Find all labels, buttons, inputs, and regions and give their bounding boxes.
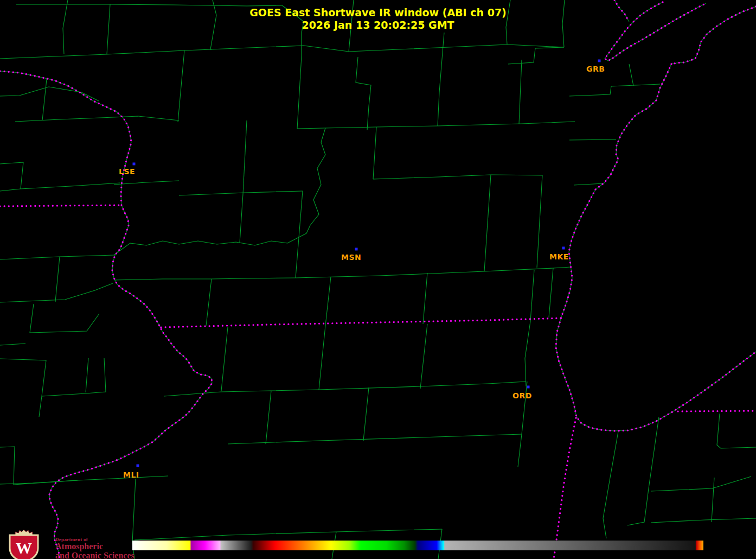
station-marker-LSE [133, 163, 136, 166]
county-boundary-line [603, 431, 618, 538]
county-boundary-line [282, 5, 304, 56]
logo-line-2: and Oceanic Sciences [55, 551, 134, 559]
logo-line-1: Atmospheric [55, 542, 134, 551]
mississippi-river-dotted [0, 71, 212, 558]
county-boundary-line [325, 277, 331, 326]
station-label-LSE: LSE [119, 167, 135, 176]
county-boundary-line [562, 0, 565, 47]
county-boundary-line [114, 181, 179, 185]
county-boundary-line [110, 4, 282, 6]
county-boundary-line [574, 183, 604, 185]
county-boundary-line [717, 414, 756, 448]
county-boundary-line [63, 0, 68, 54]
county-boundary-line [42, 358, 106, 396]
door-peninsula-shore-dotted [613, 3, 706, 58]
station-marker-MLI [137, 465, 139, 467]
station-label-MKE: MKE [549, 252, 569, 261]
county-boundary-line [0, 255, 114, 259]
county-boundary-line [611, 84, 660, 86]
lake-michigan-shore-shoreline [556, 64, 756, 431]
uw-aos-logo: W Department of Atmospheric and Oceanic … [4, 529, 134, 559]
county-boundary-line [651, 477, 751, 491]
station-marker-MKE [562, 247, 565, 250]
county-boundary-line [15, 116, 179, 122]
county-boundary-line [228, 434, 522, 444]
county-boundary-line [240, 194, 243, 243]
mississippi-river-shoreline [0, 71, 212, 558]
svg-text:W: W [16, 539, 32, 557]
wi-il-border-dotted [161, 318, 562, 327]
county-boundary-line [210, 45, 507, 52]
county-boundary-line [508, 47, 564, 64]
county-boundary-line [629, 64, 633, 86]
county-boundary-line [0, 359, 46, 417]
county-boundary-line [484, 175, 491, 271]
county-boundary-line [484, 267, 571, 271]
county-boundary-line [349, 0, 354, 52]
county-boundary-line [206, 279, 212, 326]
county-boundary-line [537, 175, 542, 268]
county-boundary-line [55, 257, 60, 302]
county-boundary-line [164, 384, 488, 396]
county-boundary-line [0, 183, 120, 191]
county-boundary-line [373, 127, 376, 179]
station-label-MLI: MLI [123, 471, 139, 479]
green-bay-west-shore-shoreline [605, 2, 663, 61]
county-boundary-line [712, 478, 714, 522]
county-boundary-line [438, 33, 444, 126]
county-boundary-line [506, 0, 510, 45]
mn-ia-border-dotted [0, 205, 121, 206]
county-boundary-line [114, 233, 306, 255]
in-mi-border-dotted [678, 411, 756, 411]
county-boundary-line [86, 358, 88, 392]
county-boundary-line [525, 321, 530, 386]
county-boundary-line [0, 344, 25, 345]
county-boundary-line [0, 87, 99, 101]
county-boundary-line [651, 518, 756, 523]
county-boundary-line [42, 79, 47, 120]
station-marker-GRB [598, 60, 601, 62]
uw-crest-icon: W [4, 529, 43, 559]
county-boundary-line [0, 49, 212, 59]
county-boundary-line [569, 86, 611, 96]
county-boundary-line [0, 447, 78, 485]
lake-michigan-shore-dotted [556, 64, 756, 431]
county-boundary-line [296, 191, 303, 278]
county-boundary-line [210, 0, 216, 49]
county-boundary-line [297, 56, 302, 129]
satellite-map: GRBLSEMSNMKEORDMLI [0, 0, 756, 559]
county-boundary-line [549, 268, 553, 317]
county-boundary-line [363, 388, 369, 441]
county-boundary-line [0, 162, 23, 189]
county-boundary-line [243, 120, 247, 194]
county-boundary-line [134, 529, 442, 540]
il-in-border-dotted [554, 418, 576, 559]
county-boundary-line [420, 324, 427, 389]
station-marker-MSN [355, 248, 358, 251]
station-marker-ORD [527, 386, 530, 389]
county-boundary-line [114, 278, 296, 280]
station-label-MSN: MSN [341, 253, 361, 262]
county-boundary-line [373, 175, 542, 179]
county-boundary-line [627, 417, 659, 525]
station-label-GRB: GRB [586, 65, 605, 73]
county-boundary-line [569, 139, 616, 140]
county-boundary-line [30, 304, 99, 333]
county-boundary-line [266, 391, 271, 444]
county-boundary-line [221, 327, 228, 391]
green-bay-west-shore-dotted [605, 2, 663, 61]
county-boundary-line [530, 270, 534, 321]
county-boundary-line [519, 60, 522, 124]
county-boundary-line [356, 57, 371, 130]
county-boundary-line [306, 128, 325, 233]
county-boundary-line [488, 382, 526, 384]
county-boundary-line [297, 122, 575, 129]
county-boundary-line [507, 45, 564, 47]
bay-northwest-shore-dotted [614, 0, 629, 22]
county-boundary-line [179, 191, 303, 195]
county-boundary-line [178, 50, 184, 122]
county-boundary-line [423, 273, 427, 324]
ir-enhancement-colorbar [132, 541, 703, 550]
county-boundary-line [296, 271, 484, 278]
county-boundary-line [319, 326, 325, 390]
